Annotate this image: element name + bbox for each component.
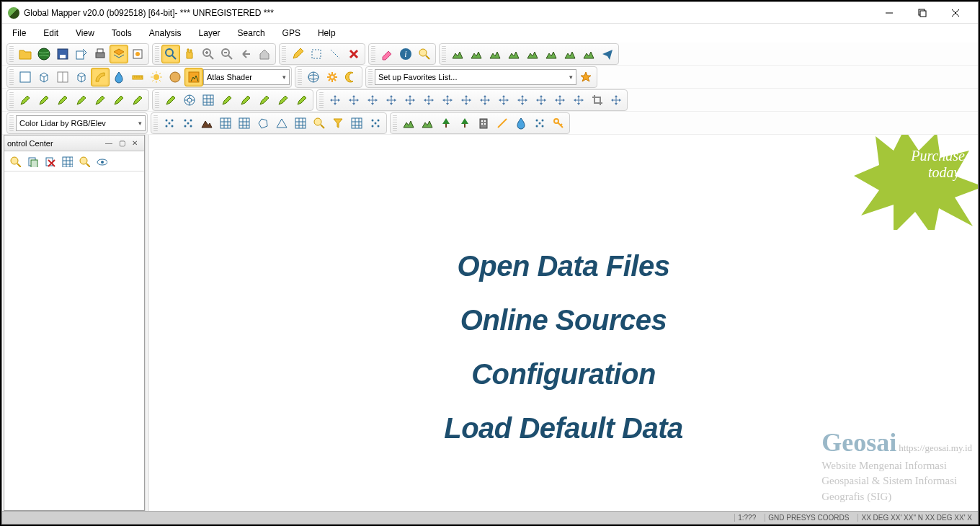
align-button[interactable] [419, 91, 438, 110]
draw-line-button[interactable] [35, 91, 53, 110]
lidar-tile-button[interactable] [291, 114, 310, 133]
panel-zoom-to-button[interactable] [7, 153, 23, 169]
layer-list[interactable] [4, 171, 144, 510]
paint-button[interactable] [91, 68, 110, 86]
merge-feature-button[interactable] [274, 91, 293, 110]
split-feature-button[interactable] [255, 91, 274, 110]
panel-close-button[interactable]: ✕ [128, 137, 141, 150]
grip-icon[interactable] [298, 69, 302, 85]
water-drop-button[interactable] [110, 68, 128, 86]
menu-view[interactable]: View [68, 25, 102, 41]
night-mode-button[interactable] [342, 68, 360, 86]
class-med-veg-button[interactable] [437, 114, 455, 133]
map-canvas[interactable]: Open Data Files Online Sources Configura… [149, 135, 978, 511]
scale-button[interactable] [363, 91, 382, 110]
export-button[interactable] [72, 45, 91, 63]
load-default-data-link[interactable]: Load Default Data [444, 412, 683, 445]
home-view-button[interactable] [255, 45, 274, 63]
terrain-4-button[interactable] [504, 45, 523, 63]
draw-ellipse-button[interactable] [110, 91, 128, 110]
lidar-profile-button[interactable] [347, 114, 366, 133]
control-center-button[interactable] [110, 45, 128, 63]
grip-icon[interactable] [155, 46, 159, 62]
lidar-classify-button[interactable] [160, 114, 179, 133]
target-button[interactable] [180, 91, 199, 110]
save-button[interactable] [53, 45, 72, 63]
preview-3d-button[interactable] [72, 68, 91, 86]
menu-analysis[interactable]: Analysis [142, 25, 189, 41]
class-noise-button[interactable] [530, 114, 549, 133]
class-water-button[interactable] [512, 114, 530, 133]
panel-delete-button[interactable] [42, 153, 58, 169]
grip-icon[interactable] [9, 92, 14, 108]
lidar-grid-button[interactable] [216, 114, 235, 133]
draw-freehand-button[interactable] [128, 91, 147, 110]
lidar-find-button[interactable] [310, 114, 329, 133]
pan-tool-button[interactable] [180, 45, 199, 63]
favorites-select[interactable]: Set up Favorites List...▾ [375, 69, 576, 85]
close-button[interactable] [939, 2, 972, 24]
lighting-button[interactable] [147, 68, 166, 86]
grip-icon[interactable] [9, 46, 14, 62]
grip-icon[interactable] [319, 92, 324, 108]
gear-button[interactable] [323, 68, 342, 86]
print-button[interactable] [91, 45, 110, 63]
online-sources-link[interactable]: Online Sources [444, 304, 683, 336]
nudge-button[interactable] [476, 91, 494, 110]
panel-search-button[interactable] [76, 153, 92, 169]
ruler-button[interactable] [128, 68, 147, 86]
feature-info-button[interactable] [396, 45, 415, 63]
open-button[interactable] [16, 45, 35, 63]
purchase-burst-text[interactable]: Purchase today! [911, 148, 965, 181]
configuration-button[interactable] [128, 45, 147, 63]
back-button[interactable] [236, 45, 255, 63]
world-shading-button[interactable] [166, 68, 184, 86]
draw-point-button[interactable] [16, 91, 35, 110]
terrain-3-button[interactable] [486, 45, 504, 63]
panel-visibility-button[interactable] [94, 153, 110, 169]
zoom-in-button[interactable] [199, 45, 218, 63]
menu-search[interactable]: Search [231, 25, 272, 41]
clip-button[interactable] [607, 91, 625, 110]
grip-icon[interactable] [368, 69, 373, 85]
measure-button[interactable] [378, 45, 396, 63]
snap-button[interactable] [457, 91, 476, 110]
crop-button[interactable] [588, 91, 607, 110]
download-online-button[interactable] [35, 45, 53, 63]
class-powerline-button[interactable] [493, 114, 512, 133]
move-button[interactable] [326, 91, 344, 110]
select-rect-button[interactable] [307, 45, 326, 63]
edit-vertex-button[interactable] [161, 91, 180, 110]
atlas-shader-button[interactable] [184, 68, 203, 86]
zoom-out-button[interactable] [218, 45, 236, 63]
transform-crs-button[interactable] [551, 91, 569, 110]
panel-minimize-button[interactable]: — [102, 137, 115, 150]
terrain-1-button[interactable] [448, 45, 467, 63]
class-key-button[interactable] [549, 114, 568, 133]
delete-feature-button[interactable] [344, 45, 363, 63]
class-high-veg-button[interactable] [455, 114, 474, 133]
draw-circle-button[interactable] [91, 91, 110, 110]
select-line-button[interactable] [326, 45, 344, 63]
menu-tools[interactable]: Tools [104, 25, 139, 41]
shader-select[interactable]: Atlas Shader▾ [203, 69, 290, 85]
panel-copy-button[interactable] [24, 153, 40, 169]
terrain-5-button[interactable] [523, 45, 542, 63]
search-button[interactable] [415, 45, 434, 63]
terrain-7-button[interactable] [561, 45, 579, 63]
configuration-link[interactable]: Configuration [444, 358, 683, 391]
grip-icon[interactable] [442, 46, 446, 62]
view-3d-button[interactable] [35, 68, 53, 86]
menu-edit[interactable]: Edit [36, 25, 66, 41]
fly-through-button[interactable] [598, 45, 617, 63]
shear-button[interactable] [494, 91, 513, 110]
split-view-button[interactable] [53, 68, 72, 86]
zoom-tool-button[interactable] [161, 45, 180, 63]
lidar-density-button[interactable] [235, 114, 254, 133]
trace-line-button[interactable] [218, 91, 236, 110]
view-2d-button[interactable] [16, 68, 35, 86]
lidar-poly-button[interactable] [254, 114, 272, 133]
terrain-8-button[interactable] [579, 45, 598, 63]
open-data-files-link[interactable]: Open Data Files [444, 250, 683, 282]
terrain-2-button[interactable] [467, 45, 486, 63]
